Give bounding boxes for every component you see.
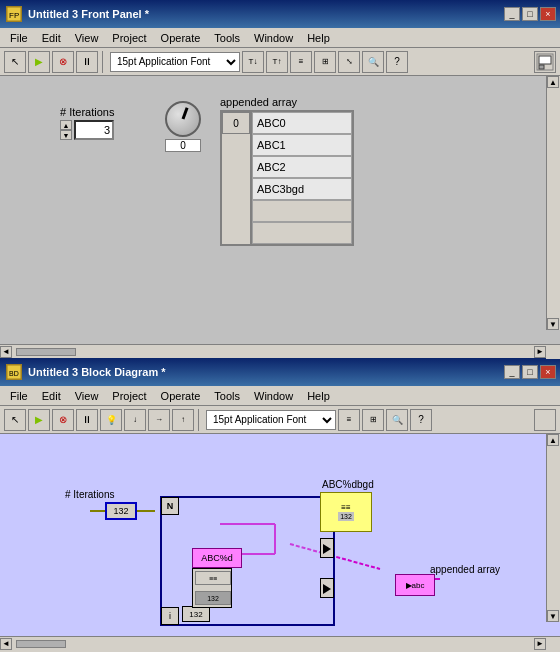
toolbar-zoom-btn[interactable]: 🔍 (362, 51, 384, 73)
knob-indicator (182, 107, 189, 119)
bd-close-button[interactable]: × (540, 365, 556, 379)
bd-corner-box (546, 637, 560, 651)
bd-menu-window[interactable]: Window (248, 389, 299, 403)
bd-dist-btn[interactable]: ⊞ (362, 409, 384, 431)
bd-title-bar: BD Untitled 3 Block Diagram * _ □ × (0, 358, 560, 386)
toolbar-abort-btn[interactable]: ⊗ (52, 51, 74, 73)
bd-menu-view[interactable]: View (69, 389, 105, 403)
array-item-2: ABC2 (252, 156, 352, 178)
toolbar-pause-btn[interactable]: ⏸ (76, 51, 98, 73)
increment-down[interactable]: ▼ (60, 130, 72, 140)
inner-func-box: ≡≡ 132 (192, 568, 232, 608)
front-panel-title-bar: FP Untitled 3 Front Panel * _ □ × (0, 0, 560, 28)
front-panel-content: ▲ ▼ # Iterations ▲ ▼ 0 appended array (0, 76, 560, 344)
toolbar-help-btn[interactable]: ? (386, 51, 408, 73)
bd-abort-btn[interactable]: ⊗ (52, 409, 74, 431)
toolbar-run-btn[interactable]: ▶ (28, 51, 50, 73)
menu-project[interactable]: Project (106, 31, 152, 45)
minimize-button[interactable]: _ (504, 7, 520, 21)
font-selector[interactable]: 15pt Application Font (110, 52, 240, 72)
knob[interactable] (165, 101, 201, 137)
bd-probe-btn[interactable]: 💡 (100, 409, 122, 431)
bd-menu-operate[interactable]: Operate (155, 389, 207, 403)
bd-step-over-btn[interactable]: → (148, 409, 170, 431)
bd-app-icon: BD (6, 364, 22, 380)
concat-node[interactable]: ABC%d (192, 548, 242, 568)
bd-scroll-down[interactable]: ▼ (547, 610, 559, 622)
bd-run-btn[interactable]: ▶ (28, 409, 50, 431)
array-label: appended array (220, 96, 354, 108)
bd-zoom-in-btn[interactable]: 🔍 (386, 409, 408, 431)
bd-arrow-btn[interactable]: ↖ (4, 409, 26, 431)
panel-icon (534, 51, 556, 73)
shift-reg-left (320, 578, 334, 598)
array-item-4 (252, 200, 352, 222)
scroll-down-btn[interactable]: ▼ (547, 318, 559, 330)
menu-window[interactable]: Window (248, 31, 299, 45)
inner-func-label: ≡≡ (195, 571, 231, 585)
close-button[interactable]: × (540, 7, 556, 21)
menu-help[interactable]: Help (301, 31, 336, 45)
scrollbar-vertical[interactable]: ▲ ▼ (546, 76, 560, 330)
format-node[interactable]: ≡≡132 (320, 492, 372, 532)
app-icon: FP (6, 6, 22, 22)
iterations-value-input[interactable] (74, 120, 114, 140)
format-node-label: ABC%dbgd (322, 479, 374, 490)
front-panel-title: Untitled 3 Front Panel * (28, 8, 149, 20)
scroll-h-thumb[interactable] (16, 348, 76, 356)
scroll-h-track (12, 348, 534, 356)
append-node[interactable]: ▶abc (395, 574, 435, 596)
loop-iter-count: 132 (182, 606, 210, 622)
bd-menu-edit[interactable]: Edit (36, 389, 67, 403)
scroll-up-btn[interactable]: ▲ (547, 76, 559, 88)
toolbar-font-dec[interactable]: T↓ (242, 51, 264, 73)
bd-maximize-button[interactable]: □ (522, 365, 538, 379)
iterations-control: # Iterations ▲ ▼ (60, 106, 114, 140)
menu-view[interactable]: View (69, 31, 105, 45)
bd-step-into-btn[interactable]: ↓ (124, 409, 146, 431)
bd-scrollbar-h: ◄ ► (0, 636, 560, 650)
menu-file[interactable]: File (4, 31, 34, 45)
toolbar-distribute-btn[interactable]: ⊞ (314, 51, 336, 73)
scroll-right-btn[interactable]: ► (534, 346, 546, 358)
toolbar-arrow-btn[interactable]: ↖ (4, 51, 26, 73)
bd-menu-file[interactable]: File (4, 389, 34, 403)
iterations-label: # Iterations (60, 106, 114, 118)
knob-control: 0 (165, 101, 201, 137)
toolbar-resize-btn[interactable]: ⤡ (338, 51, 360, 73)
bd-window-controls: _ □ × (504, 365, 556, 379)
bd-font-selector[interactable]: 15pt Application Font (206, 410, 336, 430)
bd-menu-project[interactable]: Project (106, 389, 152, 403)
format-node-val: 132 (338, 512, 354, 521)
array-index-num[interactable]: 0 (222, 112, 250, 134)
bd-scroll-h-track (12, 640, 534, 648)
increment-up[interactable]: ▲ (60, 120, 72, 130)
bd-scroll-up[interactable]: ▲ (547, 434, 559, 446)
bd-align-btn[interactable]: ≡ (338, 409, 360, 431)
inner-func-val: 132 (195, 591, 231, 605)
toolbar-align-btn[interactable]: ≡ (290, 51, 312, 73)
scroll-left-btn[interactable]: ◄ (0, 346, 12, 358)
menu-tools[interactable]: Tools (208, 31, 246, 45)
iterations-node[interactable]: 132 (105, 502, 137, 520)
bd-minimize-button[interactable]: _ (504, 365, 520, 379)
menu-edit[interactable]: Edit (36, 31, 67, 45)
bd-scroll-h-thumb[interactable] (16, 640, 66, 648)
front-panel-menu-bar: File Edit View Project Operate Tools Win… (0, 28, 560, 48)
bd-pause-btn[interactable]: ⏸ (76, 409, 98, 431)
bd-step-out-btn[interactable]: ↑ (172, 409, 194, 431)
menu-operate[interactable]: Operate (155, 31, 207, 45)
iterations-numeric: ▲ ▼ (60, 120, 114, 140)
bd-help-btn[interactable]: ? (410, 409, 432, 431)
front-panel-window: FP Untitled 3 Front Panel * _ □ × File E… (0, 0, 560, 358)
bd-menu-help[interactable]: Help (301, 389, 336, 403)
toolbar-font-inc[interactable]: T↑ (266, 51, 288, 73)
bd-scroll-left[interactable]: ◄ (0, 638, 12, 650)
maximize-button[interactable]: □ (522, 7, 538, 21)
bd-scroll-right[interactable]: ► (534, 638, 546, 650)
window-controls: _ □ × (504, 7, 556, 21)
bd-menu-tools[interactable]: Tools (208, 389, 246, 403)
array-container: 0 ABC0 ABC1 ABC2 ABC3bgd (220, 110, 354, 246)
bd-title: Untitled 3 Block Diagram * (28, 366, 166, 378)
bd-scrollbar-v[interactable]: ▲ ▼ (546, 434, 560, 622)
